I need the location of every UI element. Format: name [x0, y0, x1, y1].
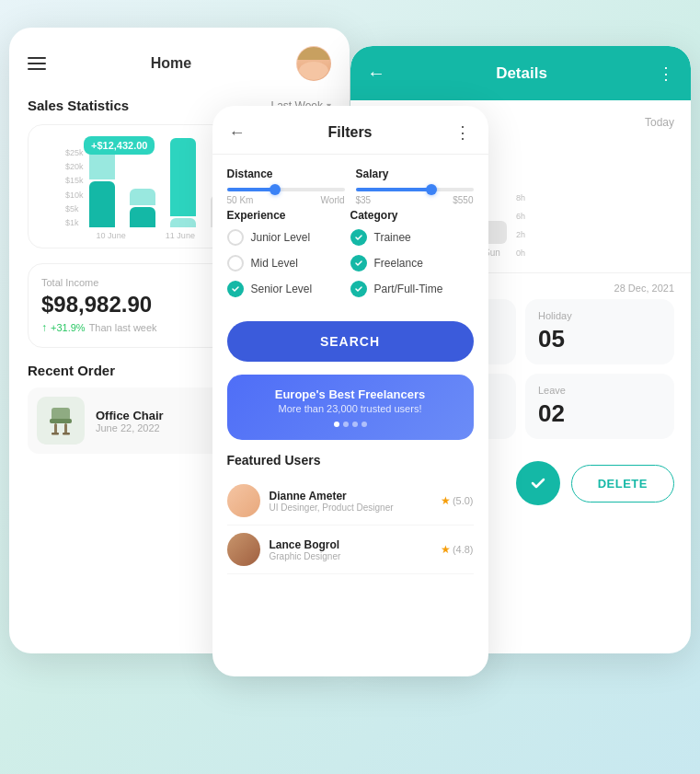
avatar[interactable] [296, 46, 331, 81]
home-header: Home [28, 46, 331, 81]
banner-dots [242, 422, 459, 427]
filters-title: Filters [327, 124, 372, 141]
senior-label: Senior Level [251, 283, 313, 295]
user-item-2[interactable]: Lance Bogrol Graphic Designer ★ (4.8) [227, 526, 474, 574]
menu-icon[interactable] [28, 57, 46, 70]
dot-1 [334, 422, 339, 427]
mid-radio[interactable] [227, 255, 244, 271]
dot-3 [352, 422, 358, 427]
order-image [37, 397, 85, 445]
option-fulltime: Part/Full-Time [350, 281, 474, 297]
filters-back-button[interactable]: ← [229, 123, 246, 143]
bar-group-3 [170, 138, 196, 227]
salary-slider-group: Salary $35 $550 [356, 168, 474, 209]
details-more-button[interactable]: ⋮ [658, 64, 674, 84]
freelance-label: Freelance [374, 257, 423, 270]
filters-header: ← Filters ⋮ [212, 106, 488, 155]
svg-rect-4 [52, 433, 59, 435]
dot-4 [361, 422, 367, 427]
user-avatar-2 [227, 533, 260, 566]
distance-slider-group: Distance 50 Km World [227, 168, 345, 209]
bar-group-1 [89, 147, 115, 227]
experience-col: Experience Junior Level Mid Level Senior [227, 209, 350, 306]
details-back-button[interactable]: ← [367, 63, 385, 84]
option-senior: Senior Level [227, 281, 350, 297]
confirm-button[interactable] [516, 461, 560, 505]
svg-rect-5 [63, 433, 70, 435]
distance-track[interactable] [227, 188, 345, 191]
mid-label: Mid Level [251, 257, 298, 270]
order-name: Office Chair [96, 409, 164, 422]
order-date: June 22, 2022 [96, 422, 164, 433]
distance-thumb[interactable] [270, 184, 281, 195]
distance-fill [227, 188, 274, 191]
sliders-section: Distance 50 Km World Salary $35 [227, 168, 474, 209]
junior-radio[interactable] [227, 229, 244, 246]
distance-range-labels: 50 Km World [227, 195, 345, 205]
salary-thumb[interactable] [426, 184, 437, 195]
option-freelance: Freelance [350, 255, 474, 271]
fulltime-check[interactable] [350, 281, 367, 297]
user-avatar-1 [227, 484, 260, 517]
stat-leave: Leave 02 [525, 374, 674, 439]
category-title: Category [350, 209, 474, 222]
user-item-1[interactable]: Dianne Ameter UI Desinger, Product Desig… [227, 477, 474, 526]
up-arrow-icon: ↑ [41, 321, 47, 334]
stats-title: Sales Statistics [28, 98, 129, 113]
today-badge: Today [645, 116, 674, 129]
price-bubble: +$12,432.00 [84, 136, 155, 155]
options-section: Experience Junior Level Mid Level Senior [227, 209, 474, 306]
dot-2 [343, 422, 349, 427]
svg-rect-1 [50, 419, 72, 423]
details-header: ← Details ⋮ [350, 46, 691, 100]
details-title: Details [385, 64, 658, 83]
star-icon-1: ★ [441, 494, 451, 507]
filters-more-button[interactable]: ⋮ [454, 122, 471, 143]
junior-label: Junior Level [251, 231, 311, 244]
home-title: Home [151, 55, 191, 72]
banner-title: Europe's Best Freelancers [242, 387, 459, 401]
salary-range-labels: $35 $550 [356, 195, 474, 205]
order-info: Office Chair June 22, 2022 [96, 409, 164, 433]
user-role-1: UI Desinger, Product Designer [270, 503, 431, 513]
banner-sub: More than 23,000 trusted users! [242, 403, 459, 414]
stat-holiday: Holiday 05 [525, 299, 674, 364]
user-role-2: Graphic Designer [270, 551, 431, 561]
svg-rect-0 [52, 408, 70, 421]
senior-check[interactable] [227, 281, 244, 297]
user-name-2: Lance Bogrol [270, 538, 431, 551]
bar-group-2 [130, 189, 155, 227]
option-trainee: Trainee [350, 229, 474, 246]
option-junior: Junior Level [227, 229, 350, 246]
distance-label: Distance [227, 168, 345, 180]
delete-button[interactable]: DELETE [571, 465, 674, 503]
trainee-label: Trainee [374, 231, 411, 244]
user-info-2: Lance Bogrol Graphic Designer [270, 538, 431, 561]
option-mid: Mid Level [227, 255, 350, 271]
search-button[interactable]: SEARCH [227, 321, 474, 362]
filters-card: ← Filters ⋮ Distance 50 Km World Salary [212, 106, 488, 676]
featured-title: Featured Users [227, 453, 474, 468]
freelance-check[interactable] [350, 255, 367, 271]
salary-label: Salary [356, 168, 474, 180]
user-rating-1: ★ (5.0) [441, 494, 474, 507]
user-rating-2: ★ (4.8) [441, 543, 474, 556]
star-icon-2: ★ [441, 543, 451, 556]
salary-track[interactable] [356, 188, 474, 191]
user-info-1: Dianne Ameter UI Desinger, Product Desig… [270, 490, 431, 513]
user-name-1: Dianne Ameter [270, 490, 431, 503]
experience-title: Experience [227, 209, 350, 222]
wh-y-labels: 8h 6h 2h 0h [516, 193, 525, 258]
fulltime-label: Part/Full-Time [374, 283, 443, 295]
category-col: Category Trainee Freelance [350, 209, 474, 306]
trainee-check[interactable] [350, 229, 367, 246]
salary-fill [356, 188, 432, 191]
promo-banner[interactable]: Europe's Best Freelancers More than 23,0… [227, 375, 474, 440]
